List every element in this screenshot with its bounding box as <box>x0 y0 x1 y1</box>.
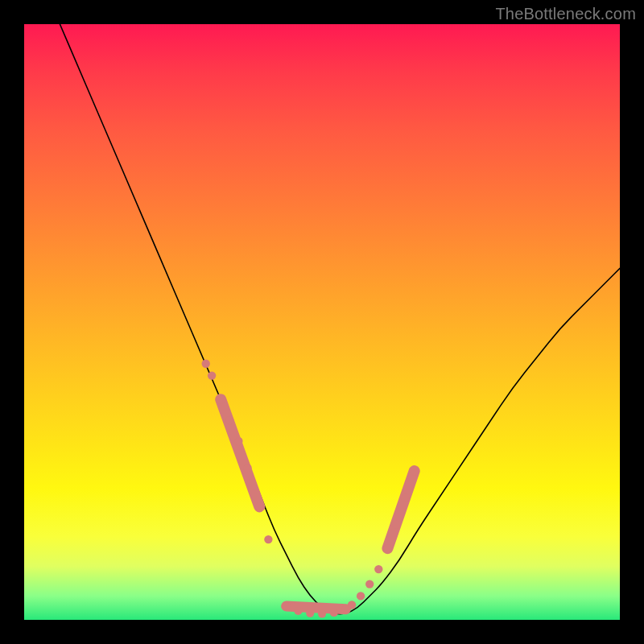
data-point-marker <box>306 609 314 617</box>
data-point-marker <box>357 592 365 600</box>
data-point-marker <box>283 602 291 610</box>
data-point-marker <box>411 467 419 475</box>
watermark-label: TheBottleneck.com <box>495 5 636 23</box>
data-point-marker <box>318 610 326 618</box>
data-point-marker <box>234 437 242 445</box>
data-point-marker <box>208 371 216 379</box>
bottleneck-curve <box>60 24 620 614</box>
marker-capsule <box>387 471 414 548</box>
data-point-marker <box>342 605 350 613</box>
data-point-marker <box>264 535 272 543</box>
data-point-marker <box>202 360 210 368</box>
data-point-marker <box>217 395 225 403</box>
marker-group <box>202 360 419 618</box>
data-point-marker <box>330 609 338 617</box>
marker-capsule <box>221 399 259 506</box>
outer-frame: TheBottleneck.com <box>0 0 644 644</box>
data-point-marker <box>374 565 382 573</box>
plot-area <box>24 24 620 620</box>
data-point-marker <box>365 580 374 588</box>
data-point-marker <box>225 416 233 424</box>
data-point-marker <box>255 502 263 510</box>
data-point-marker <box>383 544 391 552</box>
data-point-marker <box>294 607 302 615</box>
data-point-marker <box>243 464 251 472</box>
data-point-marker <box>401 493 409 502</box>
chart-svg <box>24 24 620 620</box>
data-point-marker <box>392 520 400 528</box>
